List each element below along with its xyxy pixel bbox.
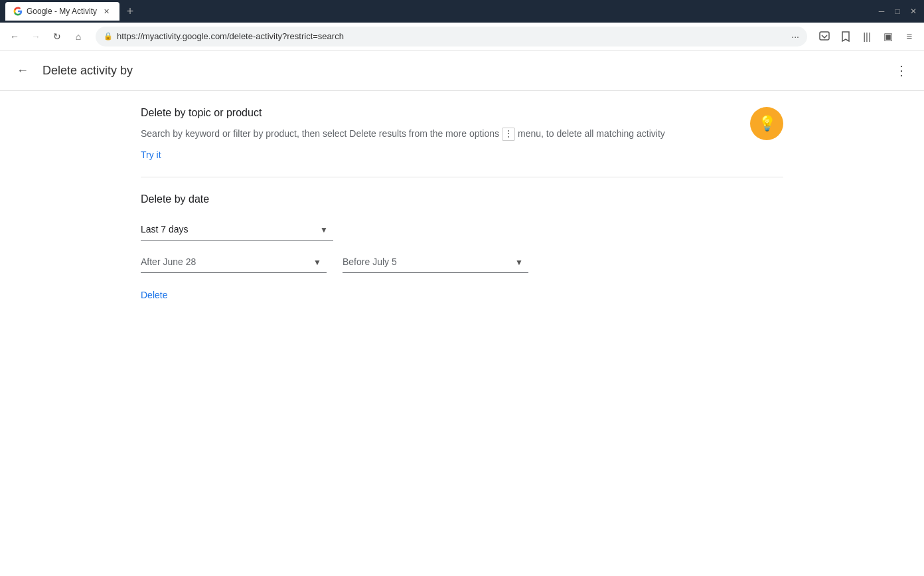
close-button[interactable]: ✕	[908, 6, 919, 17]
bookmark-icon	[841, 31, 850, 42]
description-part1: Search by keyword or filter by product, …	[141, 127, 499, 141]
before-date-select[interactable]: Before July 5	[343, 251, 528, 273]
maximize-button[interactable]: □	[892, 6, 903, 17]
url-display: https://myactivity.google.com/delete-act…	[117, 31, 787, 41]
date-section: Delete by date Last 7 days Last 30 days …	[141, 177, 783, 317]
tab-close-button[interactable]: ✕	[101, 6, 112, 17]
address-menu-button[interactable]: ···	[791, 31, 799, 42]
date-range-row: After June 28 ▼ Before July 5 ▼	[141, 251, 783, 273]
after-date-select[interactable]: After June 28	[141, 251, 327, 273]
sidebar-button[interactable]: ▣	[879, 27, 897, 46]
tab-title: Google - My Activity	[27, 7, 97, 16]
page-back-button[interactable]: ←	[11, 58, 35, 82]
window-controls: ─ □ ✕	[876, 6, 919, 17]
browser-titlebar: Google - My Activity ✕ + ─ □ ✕	[0, 0, 924, 23]
lightbulb-badge: 💡	[750, 107, 783, 140]
period-select[interactable]: Last 7 days Last 30 days All time Custom…	[141, 219, 333, 240]
library-button[interactable]: |||	[858, 27, 876, 46]
header-more-button[interactable]: ⋮	[889, 58, 913, 82]
new-tab-button[interactable]: +	[122, 3, 138, 19]
security-lock-icon: 🔒	[104, 32, 113, 41]
home-button[interactable]: ⌂	[69, 27, 88, 46]
forward-button[interactable]: →	[27, 27, 45, 46]
pocket-button[interactable]	[815, 27, 834, 46]
navigation-bar: ← → ↻ ⌂ 🔒 https://myactivity.google.com/…	[0, 23, 924, 50]
topic-section-description: Search by keyword or filter by product, …	[141, 127, 783, 141]
page-content: Delete by topic or product Search by key…	[130, 91, 794, 333]
try-it-link[interactable]: Try it	[141, 149, 161, 160]
address-bar[interactable]: 🔒 https://myactivity.google.com/delete-a…	[96, 27, 807, 47]
before-date-wrapper[interactable]: Before July 5 ▼	[343, 251, 528, 273]
three-dots-menu-icon: ⋮	[502, 128, 515, 141]
lightbulb-icon: 💡	[758, 115, 776, 132]
tab-favicon	[13, 7, 23, 16]
delete-link[interactable]: Delete	[141, 290, 167, 300]
nav-actions: ||| ▣ ≡	[815, 27, 919, 46]
reload-button[interactable]: ↻	[48, 27, 66, 46]
active-tab[interactable]: Google - My Activity ✕	[5, 2, 119, 21]
topic-section: Delete by topic or product Search by key…	[141, 107, 783, 177]
topic-section-title: Delete by topic or product	[141, 107, 783, 119]
back-button[interactable]: ←	[5, 27, 24, 46]
minimize-button[interactable]: ─	[876, 6, 887, 17]
page-title: Delete activity by	[42, 64, 133, 78]
period-dropdown-wrapper[interactable]: Last 7 days Last 30 days All time Custom…	[141, 219, 333, 240]
after-date-wrapper[interactable]: After June 28 ▼	[141, 251, 327, 273]
date-section-title: Delete by date	[141, 193, 783, 205]
bookmark-button[interactable]	[836, 27, 855, 46]
menu-button[interactable]: ≡	[900, 27, 919, 46]
page-header: ← Delete activity by ⋮	[0, 50, 924, 91]
description-part2: menu, to delete all matching activity	[518, 127, 665, 141]
tab-bar: Google - My Activity ✕ + ─ □ ✕	[5, 2, 919, 21]
svg-rect-0	[820, 32, 829, 40]
pocket-icon	[819, 31, 830, 42]
